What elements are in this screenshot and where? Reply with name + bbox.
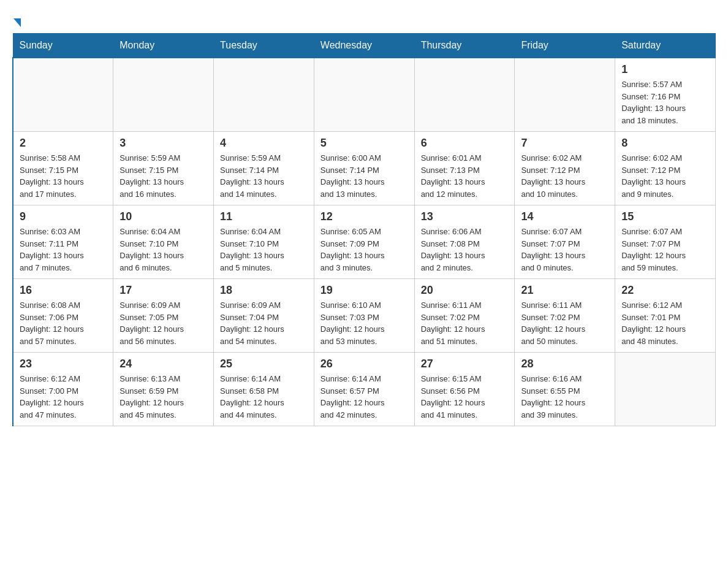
- sun-info: Sunrise: 6:13 AM Sunset: 6:59 PM Dayligh…: [119, 373, 207, 421]
- calendar-cell: 26Sunrise: 6:14 AM Sunset: 6:57 PM Dayli…: [314, 353, 414, 426]
- calendar-week-row: 16Sunrise: 6:08 AM Sunset: 7:06 PM Dayli…: [13, 279, 716, 353]
- calendar-cell: 4Sunrise: 5:59 AM Sunset: 7:14 PM Daylig…: [214, 132, 314, 205]
- calendar-cell: [314, 58, 414, 132]
- day-number: 16: [20, 284, 107, 297]
- calendar-cell: 19Sunrise: 6:10 AM Sunset: 7:03 PM Dayli…: [314, 279, 414, 353]
- calendar-cell: 17Sunrise: 6:09 AM Sunset: 7:05 PM Dayli…: [113, 279, 214, 353]
- weekday-header-saturday: Saturday: [615, 34, 716, 58]
- calendar-cell: 3Sunrise: 5:59 AM Sunset: 7:15 PM Daylig…: [113, 132, 214, 205]
- calendar-cell: [414, 58, 515, 132]
- sun-info: Sunrise: 6:02 AM Sunset: 7:12 PM Dayligh…: [521, 152, 609, 200]
- day-number: 19: [320, 284, 408, 297]
- calendar-cell: 8Sunrise: 6:02 AM Sunset: 7:12 PM Daylig…: [615, 132, 716, 205]
- weekday-header-sunday: Sunday: [13, 34, 113, 58]
- day-number: 27: [421, 358, 509, 370]
- day-number: 12: [320, 210, 408, 223]
- calendar-cell: 18Sunrise: 6:09 AM Sunset: 7:04 PM Dayli…: [214, 279, 314, 353]
- calendar-cell: 1Sunrise: 5:57 AM Sunset: 7:16 PM Daylig…: [615, 58, 716, 132]
- day-number: 15: [621, 210, 709, 223]
- day-number: 14: [521, 210, 609, 223]
- calendar-cell: 5Sunrise: 6:00 AM Sunset: 7:14 PM Daylig…: [314, 132, 414, 205]
- day-number: 23: [20, 358, 107, 370]
- sun-info: Sunrise: 6:00 AM Sunset: 7:14 PM Dayligh…: [320, 152, 408, 200]
- sun-info: Sunrise: 6:09 AM Sunset: 7:05 PM Dayligh…: [119, 299, 207, 347]
- calendar-cell: 22Sunrise: 6:12 AM Sunset: 7:01 PM Dayli…: [615, 279, 716, 353]
- day-number: 4: [220, 137, 308, 150]
- day-number: 20: [421, 284, 509, 297]
- calendar-cell: 6Sunrise: 6:01 AM Sunset: 7:13 PM Daylig…: [414, 132, 515, 205]
- calendar-cell: 28Sunrise: 6:16 AM Sunset: 6:55 PM Dayli…: [515, 353, 615, 426]
- sun-info: Sunrise: 5:57 AM Sunset: 7:16 PM Dayligh…: [621, 79, 709, 126]
- day-number: 13: [421, 210, 509, 223]
- logo-arrow-icon: [13, 18, 21, 27]
- weekday-header-thursday: Thursday: [414, 34, 515, 58]
- calendar-cell: 24Sunrise: 6:13 AM Sunset: 6:59 PM Dayli…: [113, 353, 214, 426]
- day-number: 22: [621, 284, 709, 297]
- sun-info: Sunrise: 6:14 AM Sunset: 6:58 PM Dayligh…: [220, 373, 308, 421]
- calendar-cell: [615, 353, 716, 426]
- sun-info: Sunrise: 6:01 AM Sunset: 7:13 PM Dayligh…: [421, 152, 509, 200]
- sun-info: Sunrise: 6:04 AM Sunset: 7:10 PM Dayligh…: [220, 226, 308, 274]
- calendar-week-row: 1Sunrise: 5:57 AM Sunset: 7:16 PM Daylig…: [13, 58, 716, 132]
- logo: [12, 18, 21, 27]
- calendar-cell: [113, 58, 214, 132]
- calendar-week-row: 23Sunrise: 6:12 AM Sunset: 7:00 PM Dayli…: [13, 353, 716, 426]
- calendar-cell: 9Sunrise: 6:03 AM Sunset: 7:11 PM Daylig…: [13, 205, 113, 279]
- day-number: 7: [521, 137, 609, 150]
- calendar-cell: 16Sunrise: 6:08 AM Sunset: 7:06 PM Dayli…: [13, 279, 113, 353]
- sun-info: Sunrise: 5:59 AM Sunset: 7:14 PM Dayligh…: [220, 152, 308, 200]
- calendar-cell: 14Sunrise: 6:07 AM Sunset: 7:07 PM Dayli…: [515, 205, 615, 279]
- day-number: 21: [521, 284, 609, 297]
- calendar-cell: [13, 58, 113, 132]
- calendar-cell: 7Sunrise: 6:02 AM Sunset: 7:12 PM Daylig…: [515, 132, 615, 205]
- sun-info: Sunrise: 5:58 AM Sunset: 7:15 PM Dayligh…: [20, 152, 107, 200]
- day-number: 10: [119, 210, 207, 223]
- calendar-cell: 23Sunrise: 6:12 AM Sunset: 7:00 PM Dayli…: [13, 353, 113, 426]
- sun-info: Sunrise: 6:05 AM Sunset: 7:09 PM Dayligh…: [320, 226, 408, 274]
- sun-info: Sunrise: 6:11 AM Sunset: 7:02 PM Dayligh…: [421, 299, 509, 347]
- calendar-cell: 10Sunrise: 6:04 AM Sunset: 7:10 PM Dayli…: [113, 205, 214, 279]
- day-number: 5: [320, 137, 408, 150]
- calendar-cell: 15Sunrise: 6:07 AM Sunset: 7:07 PM Dayli…: [615, 205, 716, 279]
- sun-info: Sunrise: 6:12 AM Sunset: 7:01 PM Dayligh…: [621, 299, 709, 347]
- sun-info: Sunrise: 6:14 AM Sunset: 6:57 PM Dayligh…: [320, 373, 408, 421]
- day-number: 28: [521, 358, 609, 370]
- calendar-cell: 21Sunrise: 6:11 AM Sunset: 7:02 PM Dayli…: [515, 279, 615, 353]
- calendar-cell: 20Sunrise: 6:11 AM Sunset: 7:02 PM Dayli…: [414, 279, 515, 353]
- day-number: 26: [320, 358, 408, 370]
- calendar-cell: [515, 58, 615, 132]
- day-number: 11: [220, 210, 308, 223]
- calendar-cell: 2Sunrise: 5:58 AM Sunset: 7:15 PM Daylig…: [13, 132, 113, 205]
- sun-info: Sunrise: 6:07 AM Sunset: 7:07 PM Dayligh…: [621, 226, 709, 274]
- calendar-cell: 12Sunrise: 6:05 AM Sunset: 7:09 PM Dayli…: [314, 205, 414, 279]
- day-number: 6: [421, 137, 509, 150]
- calendar-cell: 25Sunrise: 6:14 AM Sunset: 6:58 PM Dayli…: [214, 353, 314, 426]
- weekday-header-wednesday: Wednesday: [314, 34, 414, 58]
- sun-info: Sunrise: 6:08 AM Sunset: 7:06 PM Dayligh…: [20, 299, 107, 347]
- day-number: 25: [220, 358, 308, 370]
- sun-info: Sunrise: 6:04 AM Sunset: 7:10 PM Dayligh…: [119, 226, 207, 274]
- day-number: 8: [621, 137, 709, 150]
- calendar-cell: 27Sunrise: 6:15 AM Sunset: 6:56 PM Dayli…: [414, 353, 515, 426]
- day-number: 24: [119, 358, 207, 370]
- sun-info: Sunrise: 6:06 AM Sunset: 7:08 PM Dayligh…: [421, 226, 509, 274]
- page-header: [12, 12, 716, 27]
- weekday-header-row: SundayMondayTuesdayWednesdayThursdayFrid…: [13, 34, 716, 58]
- sun-info: Sunrise: 6:09 AM Sunset: 7:04 PM Dayligh…: [220, 299, 308, 347]
- calendar-week-row: 9Sunrise: 6:03 AM Sunset: 7:11 PM Daylig…: [13, 205, 716, 279]
- sun-info: Sunrise: 6:12 AM Sunset: 7:00 PM Dayligh…: [20, 373, 107, 421]
- weekday-header-tuesday: Tuesday: [214, 34, 314, 58]
- calendar-cell: 11Sunrise: 6:04 AM Sunset: 7:10 PM Dayli…: [214, 205, 314, 279]
- day-number: 17: [119, 284, 207, 297]
- sun-info: Sunrise: 6:03 AM Sunset: 7:11 PM Dayligh…: [20, 226, 107, 274]
- sun-info: Sunrise: 6:10 AM Sunset: 7:03 PM Dayligh…: [320, 299, 408, 347]
- sun-info: Sunrise: 6:16 AM Sunset: 6:55 PM Dayligh…: [521, 373, 609, 421]
- calendar-cell: [214, 58, 314, 132]
- sun-info: Sunrise: 6:07 AM Sunset: 7:07 PM Dayligh…: [521, 226, 609, 274]
- day-number: 9: [20, 210, 107, 223]
- weekday-header-monday: Monday: [113, 34, 214, 58]
- calendar-cell: 13Sunrise: 6:06 AM Sunset: 7:08 PM Dayli…: [414, 205, 515, 279]
- calendar-table: SundayMondayTuesdayWednesdayThursdayFrid…: [12, 33, 716, 426]
- day-number: 2: [20, 137, 107, 150]
- sun-info: Sunrise: 6:11 AM Sunset: 7:02 PM Dayligh…: [521, 299, 609, 347]
